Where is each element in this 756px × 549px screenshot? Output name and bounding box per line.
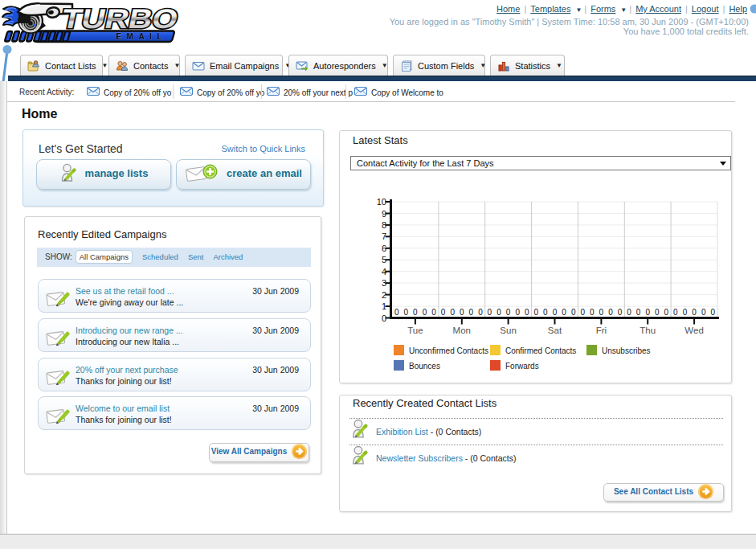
- svg-text:0: 0: [525, 308, 529, 317]
- svg-text:Forwards: Forwards: [505, 362, 539, 371]
- svg-text:0: 0: [692, 308, 697, 317]
- svg-text:Sat: Sat: [548, 326, 562, 335]
- svg-text:Thu: Thu: [640, 326, 656, 335]
- svg-text:0: 0: [673, 308, 678, 317]
- svg-text:0: 0: [423, 308, 427, 317]
- svg-text:0: 0: [543, 308, 548, 317]
- svg-text:0: 0: [618, 308, 623, 317]
- svg-text:0: 0: [497, 308, 501, 317]
- svg-text:0: 0: [655, 308, 660, 317]
- svg-text:0: 0: [553, 308, 558, 317]
- svg-text:0: 0: [441, 308, 446, 317]
- svg-text:0: 0: [636, 308, 641, 317]
- svg-text:10: 10: [377, 197, 386, 207]
- svg-text:0: 0: [394, 308, 399, 317]
- svg-text:0: 0: [562, 308, 566, 317]
- svg-text:Tue: Tue: [407, 326, 423, 335]
- svg-text:0: 0: [469, 308, 474, 317]
- svg-text:Sun: Sun: [500, 326, 516, 335]
- svg-text:0: 0: [450, 308, 455, 317]
- svg-text:0: 0: [478, 308, 483, 317]
- svg-text:Wed: Wed: [684, 326, 703, 335]
- svg-text:0: 0: [506, 308, 511, 317]
- svg-text:0: 0: [488, 308, 492, 317]
- svg-text:0: 0: [534, 308, 539, 317]
- svg-text:0: 0: [664, 308, 669, 317]
- svg-text:TURBO: TURBO: [59, 4, 181, 35]
- svg-text:0: 0: [711, 308, 716, 317]
- svg-text:0: 0: [515, 308, 520, 317]
- svg-text:0: 0: [431, 308, 436, 317]
- svg-text:0: 0: [683, 308, 688, 317]
- svg-text:0: 0: [701, 308, 706, 317]
- svg-text:0: 0: [590, 308, 595, 317]
- svg-text:Unconfirmed Contacts: Unconfirmed Contacts: [409, 346, 488, 355]
- svg-text:Mon: Mon: [453, 326, 471, 335]
- svg-text:Confirmed Contacts: Confirmed Contacts: [505, 346, 576, 355]
- svg-text:0: 0: [460, 308, 464, 317]
- svg-text:0: 0: [599, 308, 604, 317]
- svg-text:0: 0: [413, 308, 418, 317]
- svg-text:0: 0: [404, 308, 409, 317]
- svg-text:0: 0: [627, 308, 631, 317]
- svg-text:0: 0: [580, 308, 585, 317]
- svg-text:Fri: Fri: [596, 326, 607, 335]
- svg-text:Unsubscribes: Unsubscribes: [602, 346, 651, 355]
- svg-text:0: 0: [608, 308, 613, 317]
- svg-text:0: 0: [645, 308, 650, 317]
- svg-text:0: 0: [571, 308, 576, 317]
- svg-text:Bounces: Bounces: [409, 362, 440, 371]
